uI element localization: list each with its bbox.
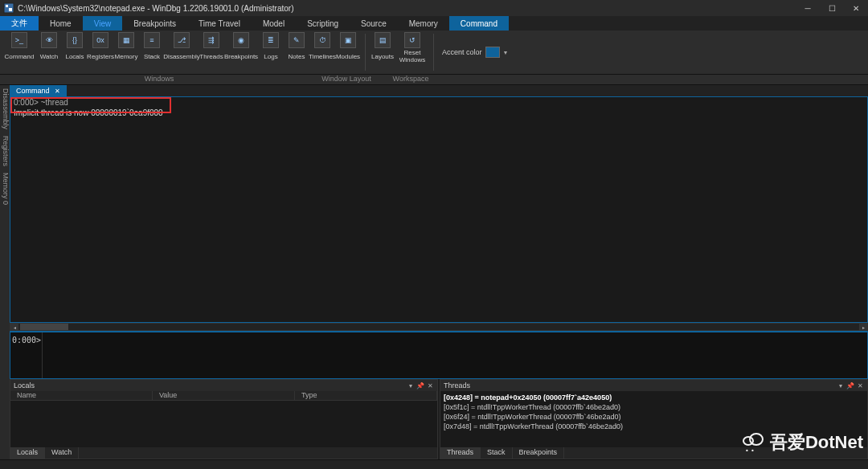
- command-output[interactable]: 0:000> ~thread Implicit thread is now 00…: [10, 96, 868, 323]
- side-tabs: Disassembly Registers Memory 0: [0, 85, 10, 459]
- ribbon-timelines[interactable]: ⏱Timelines: [310, 32, 334, 63]
- command-input[interactable]: [43, 332, 867, 378]
- command-tab-bar: Command ✕: [10, 85, 868, 96]
- ribbon-layouts[interactable]: ▤Layouts: [371, 32, 395, 63]
- pane-close-icon[interactable]: ✕: [856, 382, 864, 389]
- locals-pane: Locals ▾ 📌 ✕ Name Value Type Locals Watc…: [10, 379, 438, 459]
- threads-title: Threads: [444, 381, 835, 389]
- sidetab-disassembly[interactable]: Disassembly: [0, 88, 10, 129]
- ribbon-threads[interactable]: ⇶Threads: [199, 32, 223, 63]
- command-tab-label: Command: [16, 87, 50, 95]
- thread-row[interactable]: [0x4248] = notepad+0x24050 (00007ff7`a42…: [444, 393, 864, 402]
- accent-color-label: Accent color: [442, 48, 482, 56]
- menu-memory[interactable]: Memory: [398, 16, 449, 31]
- output-line: Implicit thread is now 00000019`0ea9f000: [10, 108, 867, 118]
- ribbon-notes[interactable]: ✎Notes: [285, 32, 309, 63]
- chevron-down-icon: ▼: [503, 50, 509, 55]
- output-line: 0:000> ~thread: [10, 97, 867, 108]
- scroll-left-button[interactable]: ◂: [10, 324, 18, 330]
- thread-row[interactable]: [0x7d48] = ntdll!TppWorkerThread (00007f…: [444, 422, 864, 431]
- menu-file[interactable]: 文件: [0, 16, 39, 31]
- scroll-right-button[interactable]: ▸: [859, 324, 867, 330]
- ribbon-command[interactable]: >_Command: [3, 32, 35, 63]
- col-name[interactable]: Name: [10, 391, 153, 400]
- threads-pane: Threads ▾ 📌 ✕ [0x4248] = notepad+0x24050…: [440, 379, 868, 459]
- horizontal-scrollbar[interactable]: ◂ ▸: [10, 323, 868, 331]
- ribbon-group-labels: Windows Window Layout Workspace: [0, 75, 868, 85]
- menu-view[interactable]: View: [83, 16, 123, 31]
- menu-command[interactable]: Command: [449, 16, 509, 31]
- menu-scripting[interactable]: Scripting: [296, 16, 350, 31]
- close-tab-icon[interactable]: ✕: [55, 88, 60, 95]
- ribbon-memory[interactable]: ▦Memory: [114, 32, 138, 63]
- col-type[interactable]: Type: [295, 391, 437, 400]
- pane-close-icon[interactable]: ✕: [426, 382, 434, 389]
- foot-tab-locals[interactable]: Locals: [10, 447, 45, 459]
- ribbon-breakpoints[interactable]: ◉Breakpoints: [225, 32, 257, 63]
- title-bar: C:\Windows\System32\notepad.exe - WinDbg…: [0, 0, 868, 16]
- menu-timetravel[interactable]: Time Travel: [187, 16, 252, 31]
- app-icon: [3, 2, 14, 14]
- col-value[interactable]: Value: [153, 391, 295, 400]
- foot-tab-threads[interactable]: Threads: [440, 447, 481, 459]
- menu-model[interactable]: Model: [252, 16, 296, 31]
- thread-row[interactable]: [0x5f1c] = ntdll!TppWorkerThread (00007f…: [444, 402, 864, 412]
- pane-pin-icon[interactable]: 📌: [416, 382, 424, 389]
- maximize-button[interactable]: ☐: [820, 0, 844, 16]
- threads-body: [0x4248] = notepad+0x24050 (00007ff7`a42…: [440, 391, 867, 447]
- menu-home[interactable]: Home: [39, 16, 83, 31]
- sidetab-registers[interactable]: Registers: [0, 136, 10, 166]
- ribbon-locals[interactable]: {}Locals: [63, 32, 87, 63]
- ribbon-watch[interactable]: 👁Watch: [37, 32, 61, 63]
- ribbon-modules[interactable]: ▣Modules: [336, 32, 360, 63]
- menu-source[interactable]: Source: [350, 16, 398, 31]
- ribbon-stack[interactable]: ≡Stack: [140, 32, 164, 63]
- minimize-button[interactable]: ─: [796, 0, 820, 16]
- ribbon-registers[interactable]: 0xRegisters: [88, 32, 113, 63]
- scroll-thumb[interactable]: [20, 324, 68, 330]
- svg-rect-2: [9, 8, 12, 11]
- ribbon: >_Command 👁Watch {}Locals 0xRegisters ▦M…: [0, 31, 868, 75]
- pane-dropdown-icon[interactable]: ▾: [837, 382, 845, 389]
- locals-body: [10, 401, 437, 447]
- command-tab[interactable]: Command ✕: [10, 85, 67, 96]
- sidetab-memory[interactable]: Memory 0: [0, 173, 10, 205]
- foot-tab-breakpoints[interactable]: Breakpoints: [513, 447, 565, 459]
- locals-columns: Name Value Type: [10, 391, 437, 401]
- ribbon-disassembly[interactable]: ⎇Disassembly: [166, 32, 198, 63]
- prompt-label: 0:000>: [10, 332, 43, 378]
- foot-tab-watch[interactable]: Watch: [45, 447, 79, 459]
- window-title: C:\Windows\System32\notepad.exe - WinDbg…: [18, 4, 796, 13]
- menu-bar: 文件 Home View Breakpoints Time Travel Mod…: [0, 16, 868, 31]
- ribbon-reset-windows[interactable]: ↺Reset Windows: [396, 32, 428, 63]
- foot-tab-stack[interactable]: Stack: [481, 447, 513, 459]
- menu-breakpoints[interactable]: Breakpoints: [122, 16, 187, 31]
- close-button[interactable]: ✕: [844, 0, 868, 16]
- accent-color-swatch: [485, 47, 500, 58]
- locals-title: Locals: [14, 381, 405, 389]
- status-bar: [0, 459, 868, 469]
- ribbon-logs[interactable]: ≣Logs: [259, 32, 283, 63]
- pane-pin-icon[interactable]: 📌: [846, 382, 854, 389]
- accent-color-picker[interactable]: Accent color ▼: [436, 31, 514, 74]
- thread-row[interactable]: [0x6f24] = ntdll!TppWorkerThread (00007f…: [444, 412, 864, 422]
- command-prompt: 0:000>: [10, 331, 868, 379]
- svg-rect-1: [6, 5, 8, 7]
- pane-dropdown-icon[interactable]: ▾: [407, 382, 415, 389]
